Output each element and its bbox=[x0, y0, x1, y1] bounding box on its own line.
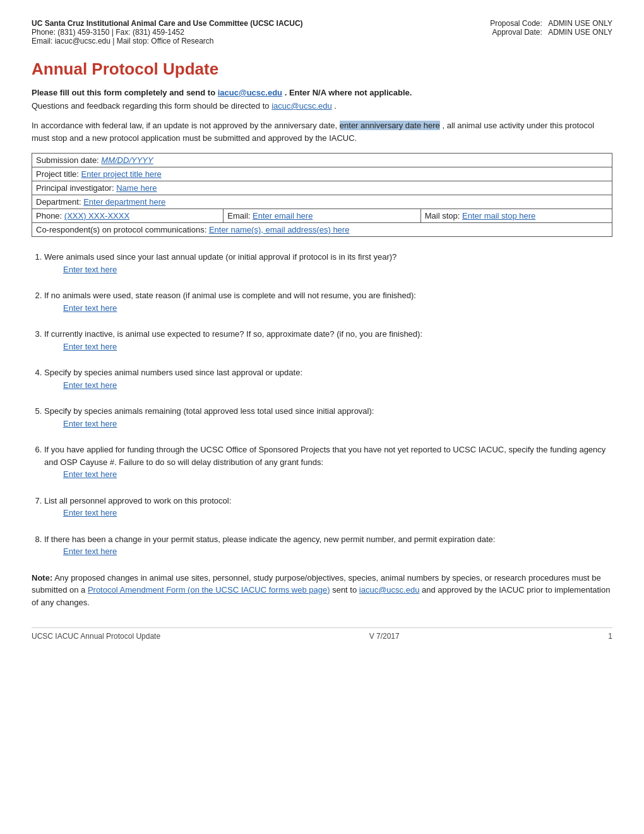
org-name: UC Santa Cruz Institutional Animal Care … bbox=[32, 19, 303, 28]
footer-right: 1 bbox=[608, 632, 612, 641]
proposal-code-value: ADMIN USE ONLY bbox=[548, 19, 612, 28]
answer-7[interactable]: Enter text here bbox=[63, 507, 117, 519]
question-7: List all personnel approved to work on t… bbox=[44, 495, 612, 522]
note-label: Note: bbox=[32, 573, 52, 583]
note-email[interactable]: iacuc@ucsc.edu bbox=[359, 585, 420, 595]
question-3: If currently inactive, is animal use exp… bbox=[44, 328, 612, 355]
intro-email-link[interactable]: iacuc@ucsc.edu bbox=[218, 88, 282, 97]
proposal-code: Proposal Code: ADMIN USE ONLY bbox=[490, 19, 612, 28]
phone-label: Phone: bbox=[36, 211, 62, 221]
corespondent-label: Co-respondent(s) on protocol communicati… bbox=[36, 225, 206, 234]
email-mailstop: Email: iacuc@ucsc.edu | Mail stop: Offic… bbox=[32, 37, 303, 45]
note-amendment-link[interactable]: Protocol Amendment Form (on the UCSC IAC… bbox=[88, 585, 330, 595]
phone-cell: Phone: (XXX) XXX-XXXX bbox=[32, 209, 224, 223]
footer-center: V 7/2017 bbox=[369, 632, 400, 641]
note-block: Note: Any proposed changes in animal use… bbox=[32, 572, 612, 609]
header: UC Santa Cruz Institutional Animal Care … bbox=[32, 19, 612, 45]
phone-value: (XXX) XXX-XXXX bbox=[64, 211, 129, 221]
intro-bold-text: Please fill out this form completely and… bbox=[32, 88, 215, 97]
table-row-dept: Department: Enter department here bbox=[32, 195, 612, 209]
question-text-6: If you have applied for funding through … bbox=[44, 445, 605, 467]
corespondent-value: Enter name(s), email address(es) here bbox=[209, 225, 350, 234]
answer-2[interactable]: Enter text here bbox=[63, 302, 117, 315]
question-8: If there has been a change in your permi… bbox=[44, 533, 612, 560]
header-right: Proposal Code: ADMIN USE ONLY Approval D… bbox=[490, 19, 612, 45]
intro-bold-text2: . Enter N/A where not applicable. bbox=[285, 88, 412, 97]
header-left: UC Santa Cruz Institutional Animal Care … bbox=[32, 19, 303, 45]
question-2: If no animals were used, state reason (i… bbox=[44, 289, 612, 317]
highlight-date: enter anniversary date here bbox=[340, 121, 440, 130]
answer-5[interactable]: Enter text here bbox=[63, 418, 117, 430]
project-title-value: Enter project title here bbox=[81, 169, 162, 179]
phone-fax: Phone: (831) 459-3150 | Fax: (831) 459-1… bbox=[32, 28, 303, 37]
question-5: Specify by species animals remaining (to… bbox=[44, 405, 612, 432]
table-row-pi: Principal investigator: Name here bbox=[32, 181, 612, 195]
question-text-5: Specify by species animals remaining (to… bbox=[44, 406, 374, 416]
footer: UCSC IACUC Annual Protocol Update V 7/20… bbox=[32, 627, 612, 641]
intro-bold: Please fill out this form completely and… bbox=[32, 88, 612, 97]
pi-label: Principal investigator: bbox=[36, 183, 114, 193]
questions-list: Were animals used since your last annual… bbox=[32, 251, 612, 560]
table-row-project: Project title: Enter project title here bbox=[32, 167, 612, 181]
question-text-2: If no animals were used, state reason (i… bbox=[44, 291, 416, 300]
project-title-label: Project title: bbox=[36, 169, 79, 179]
intro-period: . bbox=[334, 101, 337, 111]
answer-8[interactable]: Enter text here bbox=[63, 545, 117, 558]
submission-date-text: Submission date: bbox=[36, 155, 101, 165]
mailstop-label: Mail stop: bbox=[425, 211, 460, 221]
email-label: Email: bbox=[227, 211, 250, 221]
corespondent-cell: Co-respondent(s) on protocol communicati… bbox=[32, 223, 612, 237]
question-text-1: Were animals used since your last annual… bbox=[44, 252, 397, 262]
note-text-middle: sent to bbox=[332, 585, 359, 595]
mailstop-cell: Mail stop: Enter mail stop here bbox=[420, 209, 612, 223]
proposal-code-label: Proposal Code: bbox=[490, 19, 542, 28]
email-cell: Email: Enter email here bbox=[224, 209, 420, 223]
intro-body-text: Questions and feedback regarding this fo… bbox=[32, 101, 270, 111]
answer-6[interactable]: Enter text here bbox=[63, 468, 117, 481]
para-text-before: In accordance with federal law, if an up… bbox=[32, 121, 337, 130]
question-6: If you have applied for funding through … bbox=[44, 444, 612, 483]
submission-date-value: MM/DD/YYYY bbox=[101, 155, 153, 165]
question-1: Were animals used since your last annual… bbox=[44, 251, 612, 278]
approval-date: Approval Date: ADMIN USE ONLY bbox=[490, 28, 612, 37]
pi-cell: Principal investigator: Name here bbox=[32, 181, 612, 195]
answer-3[interactable]: Enter text here bbox=[63, 341, 117, 353]
pi-value: Name here bbox=[116, 183, 157, 193]
intro-normal: Questions and feedback regarding this fo… bbox=[32, 101, 612, 111]
project-title-cell: Project title: Enter project title here bbox=[32, 167, 612, 181]
question-text-7: List all personnel approved to work on t… bbox=[44, 496, 231, 505]
table-row-corespondent: Co-respondent(s) on protocol communicati… bbox=[32, 223, 612, 237]
dept-label: Department: bbox=[36, 197, 81, 207]
intro-email-link2[interactable]: iacuc@ucsc.edu bbox=[271, 101, 332, 111]
approval-date-label: Approval Date: bbox=[492, 28, 542, 37]
form-table: Submission date: MM/DD/YYYY Project titl… bbox=[32, 153, 612, 237]
footer-left: UCSC IACUC Annual Protocol Update bbox=[32, 632, 160, 641]
submission-date-cell: Submission date: MM/DD/YYYY bbox=[32, 154, 612, 167]
page-title: Annual Protocol Update bbox=[32, 59, 612, 79]
mailstop-value: Enter mail stop here bbox=[462, 211, 535, 221]
email-value: Enter email here bbox=[253, 211, 313, 221]
question-text-8: If there has been a change in your permi… bbox=[44, 535, 495, 544]
answer-1[interactable]: Enter text here bbox=[63, 263, 117, 276]
dept-cell: Department: Enter department here bbox=[32, 195, 612, 209]
table-row-contact: Phone: (XXX) XXX-XXXX Email: Enter email… bbox=[32, 209, 612, 223]
question-text-3: If currently inactive, is animal use exp… bbox=[44, 329, 422, 339]
dept-value: Enter department here bbox=[83, 197, 165, 207]
question-4: Specify by species animal numbers used s… bbox=[44, 366, 612, 394]
approval-date-value: ADMIN USE ONLY bbox=[548, 28, 612, 37]
table-row-submission: Submission date: MM/DD/YYYY bbox=[32, 154, 612, 167]
anniversary-paragraph: In accordance with federal law, if an up… bbox=[32, 119, 612, 144]
question-text-4: Specify by species animal numbers used s… bbox=[44, 368, 302, 377]
answer-4[interactable]: Enter text here bbox=[63, 379, 117, 392]
